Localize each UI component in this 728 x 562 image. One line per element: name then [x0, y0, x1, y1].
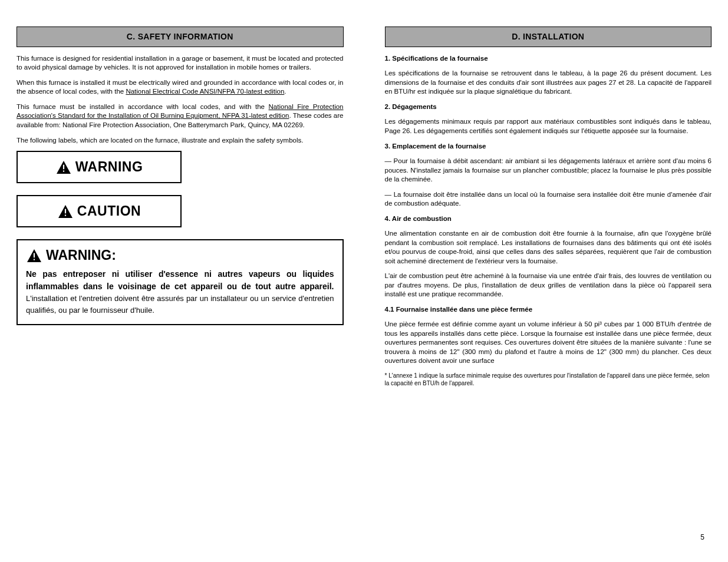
- warning-label-text: WARNING: [75, 158, 143, 176]
- paragraph: The following labels, which are located …: [17, 136, 344, 146]
- subsection-title: 4. Air de combustion: [385, 214, 712, 224]
- caution-label-text: CAUTION: [77, 202, 141, 220]
- svg-rect-3: [65, 214, 66, 216]
- paragraph: This furnace is designed for residential…: [17, 54, 344, 72]
- link-text: National Electrical Code ANSI/NFPA 70-la…: [126, 88, 284, 95]
- subsection-title: 2. Dégagements: [385, 103, 712, 112]
- text: This furnace must be installed in accord…: [17, 103, 269, 110]
- caution-label-box: CAUTION: [17, 195, 182, 227]
- warning-body-text: Ne pas entreposer ni utiliser d'essence …: [26, 268, 334, 316]
- section-header-installation: D. INSTALLATION: [385, 27, 712, 47]
- paragraph: Une pièce fermée est définie comme ayant…: [385, 320, 712, 366]
- paragraph: Une alimentation constante en air de com…: [385, 229, 712, 266]
- warning-body-bold: Ne pas entreposer ni utiliser d'essence …: [26, 269, 334, 291]
- paragraph: Les spécifications de la fournaise se re…: [385, 69, 712, 97]
- subsection-title: 3. Emplacement de la fournaise: [385, 142, 712, 151]
- paragraph: This furnace must be installed in accord…: [17, 103, 344, 130]
- paragraph: L'air de combustion peut être acheminé à…: [385, 272, 712, 299]
- paragraph: Les dégagements minimaux requis par rapp…: [385, 117, 712, 135]
- warning-triangle-icon: [57, 204, 74, 219]
- paragraph: — La fournaise doit être installée dans …: [385, 190, 712, 209]
- subsection-title: 1. Spécifications de la fournaise: [385, 54, 712, 64]
- warning-triangle-icon: [55, 160, 72, 174]
- svg-rect-1: [63, 170, 64, 171]
- warning-body-rest: L'installation et l'entretien doivent êt…: [26, 294, 334, 315]
- warning-signal-word: WARNING:: [46, 246, 116, 265]
- svg-rect-0: [63, 164, 64, 169]
- page-number: 5: [700, 533, 704, 542]
- footnote: * L'annexe 1 indique la surface minimale…: [385, 372, 712, 388]
- svg-rect-2: [65, 209, 66, 213]
- warning-details-box: WARNING: Ne pas entreposer ni utiliser d…: [17, 239, 344, 325]
- paragraph: — Pour la fournaise à débit ascendant: a…: [385, 157, 712, 184]
- text: .: [284, 88, 286, 95]
- section-header-safety: C. SAFETY INFORMATION: [17, 27, 344, 47]
- paragraph: When this furnace is installed it must b…: [17, 78, 344, 97]
- warning-label-box: WARNING: [17, 151, 182, 183]
- svg-rect-5: [34, 259, 35, 260]
- subsection-ref: 4.1 Fournaise installée dans une pièce f…: [385, 305, 712, 315]
- warning-triangle-icon: [26, 249, 42, 263]
- right-column: D. INSTALLATION 1. Spécifications de la …: [385, 27, 712, 388]
- left-column: C. SAFETY INFORMATION This furnace is de…: [17, 27, 344, 388]
- svg-rect-4: [34, 253, 35, 257]
